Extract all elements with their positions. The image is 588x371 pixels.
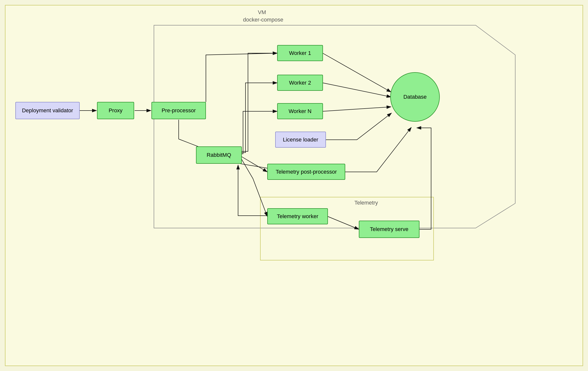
database-node: Database (390, 72, 440, 122)
telemetry-worker-label: Telemetry worker (277, 213, 318, 220)
license-loader-node: License loader (275, 132, 326, 148)
preprocessor-node: Pre-processor (151, 102, 206, 119)
svg-line-6 (323, 83, 391, 97)
rabbitmq-label: RabbitMQ (207, 152, 231, 158)
telemetry-worker-node: Telemetry worker (267, 208, 328, 224)
workerN-label: Worker N (289, 108, 312, 115)
svg-marker-0 (154, 25, 515, 228)
docker-compose-label: docker-compose (243, 17, 283, 23)
svg-text:Telemetry: Telemetry (354, 200, 378, 206)
workerN-node: Worker N (277, 103, 323, 119)
proxy-node: Proxy (97, 102, 134, 119)
deployment-validator-node: Deployment validator (15, 102, 80, 119)
diagram-container: VM docker-compose Telemetry (5, 5, 583, 366)
telemetry-server-label: Telemetry serve (370, 226, 408, 232)
license-loader-label: License loader (283, 137, 318, 143)
database-label: Database (403, 94, 427, 100)
worker2-node: Worker 2 (277, 75, 323, 91)
worker1-label: Worker 1 (289, 50, 311, 56)
preprocessor-label: Pre-processor (162, 107, 196, 114)
svg-line-5 (323, 53, 391, 92)
svg-line-8 (328, 216, 359, 229)
telemetry-server-node: Telemetry serve (359, 221, 419, 238)
telemetry-postprocessor-node: Telemetry post-processor (267, 164, 345, 180)
worker2-label: Worker 2 (289, 80, 311, 86)
worker1-node: Worker 1 (277, 45, 323, 61)
deployment-validator-label: Deployment validator (22, 107, 73, 114)
rabbitmq-node: RabbitMQ (196, 146, 242, 164)
vm-label: VM (258, 9, 266, 16)
svg-line-7 (323, 107, 391, 111)
telemetry-postprocessor-label: Telemetry post-processor (276, 169, 337, 175)
proxy-label: Proxy (109, 107, 122, 114)
